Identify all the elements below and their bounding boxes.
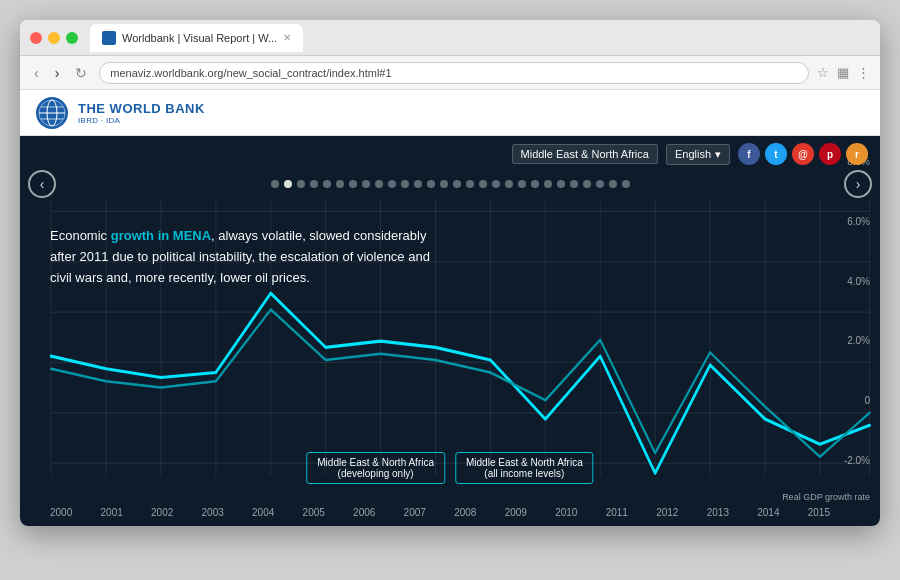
slide-text: Economic growth in MENA, always volatile…	[50, 226, 450, 288]
x-axis-label: 2008	[454, 507, 476, 518]
x-axis-label: 2006	[353, 507, 375, 518]
x-axis-label: 2000	[50, 507, 72, 518]
slide-dot[interactable]	[453, 180, 461, 188]
y-axis-label: -2.0%	[844, 455, 870, 466]
x-axis-label: 2001	[101, 507, 123, 518]
slide-text-highlight: growth in MENA	[111, 228, 211, 243]
extensions-icon[interactable]: ▦	[837, 65, 849, 80]
rss-icon[interactable]: r	[846, 143, 868, 165]
slide-dot[interactable]	[492, 180, 500, 188]
slide-dot[interactable]	[297, 180, 305, 188]
region-text: Middle East & North Africa	[521, 148, 649, 160]
slide-dot[interactable]	[310, 180, 318, 188]
slide-dot[interactable]	[570, 180, 578, 188]
x-axis-label: 2009	[505, 507, 527, 518]
x-axis-label: 2005	[303, 507, 325, 518]
facebook-icon[interactable]: f	[738, 143, 760, 165]
gdp-label-text: Real GDP growth rate	[782, 492, 870, 502]
url-text: menaviz.worldbank.org/new_social_contrac…	[110, 67, 391, 79]
slide-dots	[271, 180, 630, 188]
y-axis-label: 4.0%	[847, 276, 870, 287]
language-selector[interactable]: English ▾	[666, 144, 730, 165]
slide-dot[interactable]	[388, 180, 396, 188]
twitter-icon[interactable]: t	[765, 143, 787, 165]
top-bar: Middle East & North Africa English ▾ f t…	[20, 136, 880, 172]
slide-navigation: ‹ ›	[20, 172, 880, 196]
y-axis-label: 2.0%	[847, 335, 870, 346]
tab-title: Worldbank | Visual Report | W...	[122, 32, 277, 44]
tab-close-icon[interactable]: ✕	[283, 32, 291, 43]
toolbar-icons: ☆ ▦ ⋮	[817, 65, 870, 80]
x-axis-label: 2015	[808, 507, 830, 518]
slide-dot[interactable]	[375, 180, 383, 188]
x-axis-label: 2004	[252, 507, 274, 518]
legend-item-all-income: Middle East & North Africa(all income le…	[455, 452, 594, 484]
maximize-button[interactable]	[66, 32, 78, 44]
slide-dot[interactable]	[505, 180, 513, 188]
slide-dot[interactable]	[271, 180, 279, 188]
email-icon[interactable]: @	[792, 143, 814, 165]
slide-dot[interactable]	[401, 180, 409, 188]
slide-dot[interactable]	[362, 180, 370, 188]
tab-favicon	[102, 31, 116, 45]
slide-dot[interactable]	[518, 180, 526, 188]
wb-title-group: THE WORLD BANK IBRD · IDA	[78, 101, 205, 125]
slide-dot[interactable]	[349, 180, 357, 188]
slide-dot[interactable]	[440, 180, 448, 188]
close-button[interactable]	[30, 32, 42, 44]
reload-button[interactable]: ↻	[71, 63, 91, 83]
browser-toolbar: ‹ › ↻ menaviz.worldbank.org/new_social_c…	[20, 56, 880, 90]
slide-dot[interactable]	[609, 180, 617, 188]
next-slide-button[interactable]: ›	[844, 170, 872, 198]
traffic-lights	[30, 32, 78, 44]
slide-dot[interactable]	[622, 180, 630, 188]
browser-tab[interactable]: Worldbank | Visual Report | W... ✕	[90, 24, 303, 52]
slide-dot[interactable]	[479, 180, 487, 188]
prev-slide-button[interactable]: ‹	[28, 170, 56, 198]
bookmark-icon[interactable]: ☆	[817, 65, 829, 80]
slide-dot[interactable]	[427, 180, 435, 188]
slide-dot[interactable]	[544, 180, 552, 188]
legend-item-developing: Middle East & North Africa(developing on…	[306, 452, 445, 484]
y-axis-label: 6.0%	[847, 216, 870, 227]
slide-dot[interactable]	[284, 180, 292, 188]
lang-text: English	[675, 148, 711, 160]
gdp-label: Real GDP growth rate	[782, 492, 870, 502]
y-axis-label: 0	[864, 395, 870, 406]
x-axis-label: 2011	[606, 507, 628, 518]
x-axis: 2000200120022003200420052006200720082009…	[50, 507, 830, 518]
social-icons: f t @ p r	[738, 143, 868, 165]
forward-button[interactable]: ›	[51, 63, 64, 83]
back-button[interactable]: ‹	[30, 63, 43, 83]
slide-dot[interactable]	[596, 180, 604, 188]
wb-title: THE WORLD BANK	[78, 101, 205, 116]
slide-dot[interactable]	[583, 180, 591, 188]
slide-dot[interactable]	[466, 180, 474, 188]
slide-text-prefix: Economic	[50, 228, 111, 243]
menu-icon[interactable]: ⋮	[857, 65, 870, 80]
x-axis-label: 2012	[656, 507, 678, 518]
x-axis-label: 2003	[202, 507, 224, 518]
pinterest-icon[interactable]: p	[819, 143, 841, 165]
x-axis-label: 2010	[555, 507, 577, 518]
region-selector[interactable]: Middle East & North Africa	[512, 144, 658, 164]
chevron-down-icon: ▾	[715, 148, 721, 161]
browser-window: Worldbank | Visual Report | W... ✕ ‹ › ↻…	[20, 20, 880, 526]
slide-dot[interactable]	[323, 180, 331, 188]
wb-subtitle: IBRD · IDA	[78, 116, 205, 125]
wb-header: THE WORLD BANK IBRD · IDA	[20, 90, 880, 136]
slide-dot[interactable]	[336, 180, 344, 188]
y-axis: 8.0%6.0%4.0%2.0%0-2.0%	[844, 156, 870, 466]
slide-dot[interactable]	[531, 180, 539, 188]
url-bar[interactable]: menaviz.worldbank.org/new_social_contrac…	[99, 62, 809, 84]
slide-dot[interactable]	[557, 180, 565, 188]
chart-legend: Middle East & North Africa(developing on…	[306, 452, 593, 484]
wb-logo	[36, 97, 68, 129]
x-axis-label: 2013	[707, 507, 729, 518]
slide-dot[interactable]	[414, 180, 422, 188]
x-axis-label: 2007	[404, 507, 426, 518]
x-axis-label: 2002	[151, 507, 173, 518]
minimize-button[interactable]	[48, 32, 60, 44]
main-content: Middle East & North Africa English ▾ f t…	[20, 136, 880, 526]
x-axis-label: 2014	[757, 507, 779, 518]
